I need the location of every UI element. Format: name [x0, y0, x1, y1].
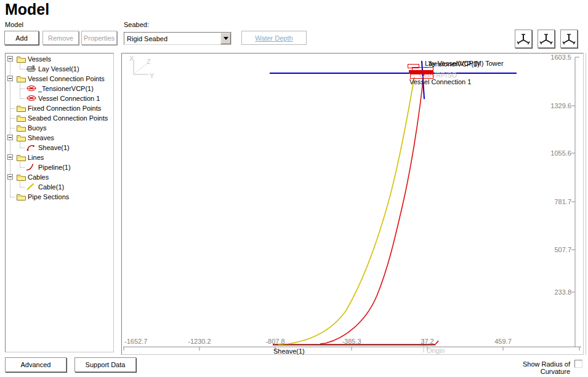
- axis-triad-icon: [539, 32, 554, 46]
- x-tick-label: 37.2: [408, 338, 447, 345]
- model-scene: [122, 54, 584, 355]
- add-button[interactable]: Add: [4, 31, 39, 45]
- seabed-label: Seabed:: [124, 21, 149, 28]
- tensioner-vcp-label: _TensionerVCP(1): [424, 60, 480, 68]
- y-tick-label: 507.7: [542, 246, 571, 253]
- tree-item-label: Pipe Sections: [28, 193, 69, 200]
- y-tick-label: 781.7: [542, 198, 571, 205]
- tree-item-vessels[interactable]: Vessels: [6, 54, 113, 64]
- sheave-label: Sheave(1): [273, 347, 305, 355]
- remove-button[interactable]: Remove: [42, 31, 79, 45]
- cable-catenary-line: [278, 77, 414, 344]
- connection-point-icon: [26, 84, 37, 93]
- tree-item-buoys[interactable]: Buoys: [6, 123, 113, 133]
- origin-label: Origin: [427, 347, 445, 354]
- tree-item-sheave-1[interactable]: Sheave(1): [6, 143, 113, 153]
- tree-item-tensioner-vcp[interactable]: _TensionerVCP(1): [6, 84, 113, 93]
- advanced-button[interactable]: Advanced: [5, 357, 66, 372]
- tree-item-label: Sheave(1): [38, 144, 70, 151]
- tree-expander-minus[interactable]: [7, 135, 13, 140]
- triad-y-label: Y: [150, 72, 154, 79]
- page-title: Model: [5, 1, 49, 18]
- pipeline-icon: [26, 163, 36, 172]
- triad-x-label: X: [129, 55, 134, 62]
- tree-expander-minus[interactable]: [7, 174, 13, 180]
- tree-item-label: Cables: [28, 173, 49, 181]
- model-viewport[interactable]: X Z Y CG/VRP/SO Lay Vessel/VCP(M) Tower …: [121, 53, 584, 355]
- y-tick-label: 1603.5: [542, 54, 571, 61]
- tree-item-lines[interactable]: Lines: [6, 153, 113, 162]
- folder-icon: [16, 124, 26, 133]
- tree-expander-minus[interactable]: [7, 56, 13, 62]
- seabed-dropdown[interactable]: Rigid Seabed: [124, 32, 232, 45]
- tree-item-label: Vessel Connection 1: [38, 95, 100, 102]
- folder-icon: [16, 55, 26, 65]
- tree-item-label: Fixed Connection Points: [28, 105, 101, 112]
- folder-icon: [16, 74, 26, 84]
- vessel-connection-label: Vessel Connection 1: [409, 78, 471, 85]
- folder-icon: [16, 192, 26, 202]
- model-group-label: Model: [5, 21, 23, 28]
- tree-item-label: Seabed Connection Points: [28, 114, 108, 122]
- folder-icon: [16, 114, 26, 124]
- tree-expander-minus[interactable]: [7, 154, 13, 160]
- model-tree[interactable]: Vessels Lay Vessel(1) Vessel Connection …: [5, 53, 114, 352]
- tree-item-lay-vessel[interactable]: Lay Vessel(1): [6, 64, 113, 74]
- tree-item-label: Lay Vessel(1): [38, 65, 79, 73]
- tree-item-label: _TensionerVCP(1): [38, 85, 94, 92]
- tree-item-vessel-connection-1[interactable]: Vessel Connection 1: [6, 93, 113, 103]
- show-radius-checkbox[interactable]: [574, 360, 582, 368]
- tree-item-label: Lines: [28, 154, 44, 161]
- x-tick-label: -385.3: [332, 338, 371, 345]
- folder-icon: [16, 133, 26, 143]
- tree-item-cables[interactable]: Cables: [6, 172, 113, 182]
- tree-expander-minus[interactable]: [7, 76, 13, 81]
- show-radius-label: Show Radius of Curvature: [491, 360, 570, 375]
- x-tick-label: -807.8: [256, 338, 295, 345]
- tree-item-label: Pipeline(1): [38, 164, 71, 171]
- folder-icon: [16, 153, 26, 163]
- y-tick-label: 1329.6: [542, 102, 571, 109]
- pipeline-catenary-line: [320, 74, 424, 344]
- tree-item-label: Buoys: [28, 124, 47, 132]
- tree-item-label: Vessel Connection Points: [28, 75, 105, 82]
- vessel-icon: [26, 65, 37, 74]
- tree-item-pipe-sections[interactable]: Pipe Sections: [6, 192, 113, 202]
- dropdown-arrow-button[interactable]: [220, 33, 231, 44]
- triad-z-label: Z: [147, 58, 151, 65]
- model-page: Model Model Add Remove Properties Seabed…: [0, 0, 588, 377]
- axis-triad-icon: [516, 32, 531, 46]
- folder-icon: [16, 104, 26, 114]
- tree-item-cable-1[interactable]: Cable(1): [6, 182, 113, 192]
- view-axis-button-1[interactable]: [515, 30, 532, 48]
- cable-icon: [26, 183, 36, 192]
- properties-button[interactable]: Properties: [81, 31, 117, 45]
- tree-item-label: Cable(1): [38, 183, 64, 191]
- x-tick-label: -1230.2: [180, 338, 219, 345]
- tree-item-label: Vessels: [28, 55, 51, 63]
- tree-item-label: Sheaves: [28, 134, 54, 141]
- panel-edge-line: [586, 53, 586, 355]
- view-axis-button-3[interactable]: [560, 30, 578, 48]
- tree-item-seabed-connection-points[interactable]: Seabed Connection Points: [6, 113, 113, 123]
- plot-axes: [123, 57, 581, 351]
- y-tick-label: 1055.6: [542, 149, 571, 157]
- chevron-down-icon: [224, 37, 228, 40]
- tree-item-fixed-connection-points[interactable]: Fixed Connection Points: [6, 103, 113, 113]
- tree-item-vessel-connection-points[interactable]: Vessel Connection Points: [6, 74, 113, 84]
- seabed-dropdown-value: Rigid Seabed: [124, 35, 220, 42]
- connection-point-icon: [26, 94, 37, 103]
- x-tick-label: 459.7: [483, 338, 523, 345]
- view-axis-button-2[interactable]: [538, 30, 555, 48]
- support-data-button[interactable]: Support Data: [75, 357, 136, 372]
- y-tick-label: 233.8: [542, 288, 571, 296]
- sheave-icon: [26, 143, 36, 153]
- folder-icon: [16, 173, 26, 183]
- tree-item-sheaves[interactable]: Sheaves: [6, 133, 113, 143]
- axis-triad-icon: [562, 32, 576, 46]
- water-depth-button[interactable]: Water Depth: [241, 31, 307, 45]
- x-tick-label: -1652.7: [124, 338, 164, 345]
- tree-item-pipeline-1[interactable]: Pipeline(1): [6, 162, 113, 172]
